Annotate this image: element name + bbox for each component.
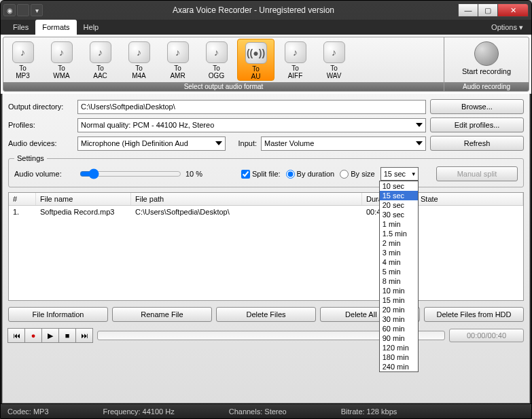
split-file-checkbox[interactable] [241,170,250,179]
format-wav-button[interactable]: ♪To WAV [315,37,353,82]
forward-button[interactable]: ⏭ [75,328,93,343]
quick-access-dropdown[interactable] [17,4,29,16]
split-option[interactable]: 3 min [380,248,418,257]
delete-files-button[interactable]: Delete Files [216,307,316,322]
mp3-icon: ♪ [12,41,34,63]
split-interval-dropdown: 10 sec15 sec20 sec30 sec1 min1.5 min2 mi… [379,181,419,372]
split-option[interactable]: 60 min [380,324,418,333]
split-option[interactable]: 10 min [380,286,418,295]
split-option[interactable]: 8 min [380,276,418,286]
titlebar: ◉ ▾ Axara Voice Recorder - Unregistered … [1,1,531,20]
format-aiff-button[interactable]: ♪To AIFF [276,37,315,82]
status-channels: Channels: Stereo [229,407,287,416]
col-state[interactable]: State [416,193,523,205]
table-row[interactable]: 1.Softpedia Record.mp3C:\Users\Softpedia… [9,206,523,218]
split-option[interactable]: 20 sec [380,200,418,210]
split-option[interactable]: 120 min [380,343,418,352]
menu-formats[interactable]: Formats [35,20,76,35]
time-display: 00:00/00:40 [449,329,524,342]
delete-files-hdd-button[interactable]: Delete Files from HDD [424,307,524,322]
split-option[interactable]: 1 min [380,219,418,229]
audio-device-combo[interactable]: Microphone (High Definition Aud [77,136,226,151]
rename-file-button[interactable]: Rename File [112,307,212,322]
status-bitrate: Bitrate: 128 kbps [341,407,397,416]
split-option[interactable]: 15 min [380,295,418,305]
split-option[interactable]: 1.5 min [380,229,418,238]
aac-icon: ♪ [90,41,111,63]
split-interval-combo[interactable]: 15 sec▼ [380,167,419,181]
edit-profiles-button[interactable]: Edit profiles... [430,117,524,132]
format-m4a-button[interactable]: ♪To M4A [120,37,158,82]
file-information-button[interactable]: File Information [8,307,108,322]
split-option[interactable]: 180 min [380,352,418,362]
output-dir-label: Output directory: [8,103,73,111]
split-option[interactable]: 240 min [380,362,418,371]
app-window: ◉ ▾ Axara Voice Recorder - Unregistered … [0,0,532,419]
format-mp3-button[interactable]: ♪To MP3 [3,37,42,82]
aiff-icon: ♪ [285,41,306,63]
chevron-down-icon: ▾ [519,23,523,32]
audio-devices-label: Audio devices: [8,139,73,147]
profiles-label: Profiles: [8,121,73,129]
minimize-button[interactable]: — [458,3,478,17]
chevron-down-icon: ▼ [411,171,416,177]
format-au-button[interactable]: ((●))To AU [237,39,274,81]
menu-help[interactable]: Help [77,20,106,35]
menu-files[interactable]: Files [6,20,35,35]
profiles-combo[interactable]: Normal quality: PCM - 44100 Hz, Stereo [77,118,426,132]
au-icon: ((●)) [245,42,267,64]
split-option[interactable]: 30 min [380,314,418,324]
settings-group: Settings Audio volume: 10 % Split file: … [8,154,524,187]
by-size-radio[interactable] [340,170,349,179]
audio-volume-label: Audio volume: [14,170,74,178]
stop-button[interactable]: ■ [58,328,76,343]
split-option[interactable]: 20 min [380,305,418,314]
output-dir-input[interactable] [77,100,426,114]
split-option[interactable]: 10 sec [380,181,418,191]
format-aac-button[interactable]: ♪To AAC [81,37,120,82]
split-option[interactable]: 30 sec [380,210,418,219]
amr-icon: ♪ [167,41,189,63]
by-duration-radio[interactable] [286,170,295,179]
volume-percent: 10 % [185,170,202,178]
volume-slider[interactable] [79,168,181,179]
menubar: Files Formats Help Options ▾ [1,20,531,35]
ogg-icon: ♪ [206,41,228,63]
quick-access-arrow[interactable]: ▾ [31,4,43,16]
manual-split-button[interactable]: Manual split [436,166,518,181]
refresh-button[interactable]: Refresh [430,136,524,151]
split-file-label: Split file: [252,170,281,178]
close-button[interactable]: ✕ [497,3,529,17]
col-path[interactable]: File path [131,193,362,205]
file-table: # File name File path Duration State 1.S… [8,192,524,301]
play-button[interactable]: ▶ [41,328,59,343]
format-ogg-button[interactable]: ♪To OGG [197,37,236,82]
split-option[interactable]: 90 min [380,333,418,343]
format-wma-button[interactable]: ♪To WMA [42,37,81,82]
status-codec: Codec: MP3 [7,407,49,416]
record-button[interactable]: ● [24,328,42,343]
wav-icon: ♪ [323,41,345,63]
maximize-button[interactable]: ▢ [478,3,498,17]
by-duration-label: By duration [297,170,335,178]
col-num[interactable]: # [9,193,36,205]
wma-icon: ♪ [51,41,73,63]
col-name[interactable]: File name [36,193,131,205]
recording-group-title: Audio recording [444,82,529,91]
split-option[interactable]: 15 sec [380,191,418,200]
split-option[interactable]: 5 min [380,267,418,276]
menu-options[interactable]: Options ▾ [491,20,526,35]
statusbar: Codec: MP3 Frequency: 44100 Hz Channels:… [1,403,531,418]
rewind-button[interactable]: ⏮ [7,328,25,343]
by-size-label: By size [351,170,374,178]
format-amr-button[interactable]: ♪To AMR [158,37,197,82]
start-recording-button[interactable]: Start recording [444,37,529,82]
app-icon: ◉ [3,4,16,16]
split-option[interactable]: 4 min [380,257,418,267]
browse-button[interactable]: Browse... [430,99,524,114]
status-frequency: Frequency: 44100 Hz [103,407,175,416]
microphone-icon [474,41,499,66]
input-label: Input: [230,139,257,147]
split-option[interactable]: 2 min [380,238,418,248]
input-combo[interactable]: Master Volume [261,136,426,151]
